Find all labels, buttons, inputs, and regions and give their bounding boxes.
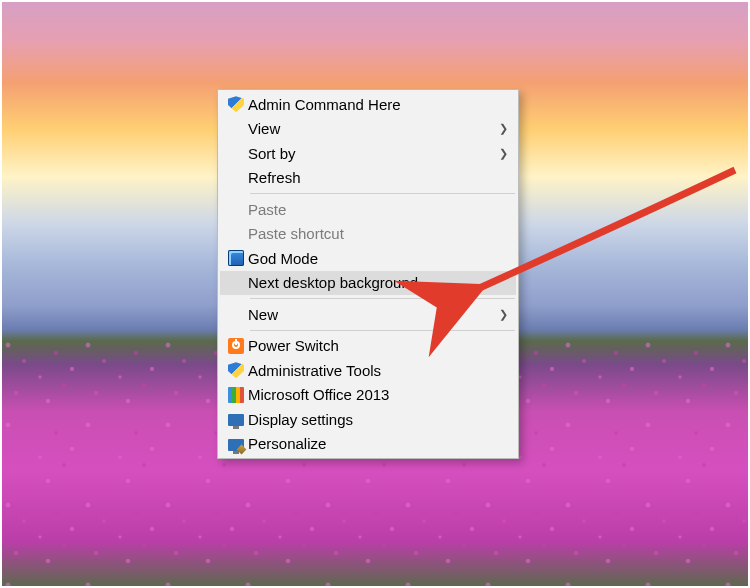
menu-item-paste: Paste	[220, 197, 516, 222]
menu-item-next-desktop-background[interactable]: Next desktop background	[220, 271, 516, 296]
menu-item-display-settings[interactable]: Display settings	[220, 407, 516, 432]
shield-icon	[224, 96, 248, 112]
menu-item-new[interactable]: New❯	[220, 302, 516, 327]
menu-item-refresh[interactable]: Refresh	[220, 166, 516, 191]
menu-item-label: Personalize	[248, 435, 490, 452]
menu-item-label: Microsoft Office 2013	[248, 386, 490, 403]
menu-item-paste-shortcut: Paste shortcut	[220, 222, 516, 247]
menu-item-label: View	[248, 120, 490, 137]
submenu-arrow-icon: ❯	[490, 122, 512, 135]
desktop-context-menu[interactable]: Admin Command HereView❯Sort by❯RefreshPa…	[217, 89, 519, 459]
office-icon	[224, 387, 248, 403]
menu-item-administrative-tools[interactable]: Administrative Tools	[220, 358, 516, 383]
menu-item-personalize[interactable]: Personalize	[220, 432, 516, 457]
menu-item-label: Display settings	[248, 411, 490, 428]
submenu-arrow-icon: ❯	[490, 308, 512, 321]
menu-item-label: Sort by	[248, 145, 490, 162]
menu-item-label: Refresh	[248, 169, 490, 186]
menu-item-label: Paste shortcut	[248, 225, 490, 242]
menu-item-label: Paste	[248, 201, 490, 218]
menu-item-sort-by[interactable]: Sort by❯	[220, 141, 516, 166]
power-icon	[224, 338, 248, 354]
menu-separator	[250, 330, 515, 331]
menu-item-label: New	[248, 306, 490, 323]
menu-item-god-mode[interactable]: God Mode	[220, 246, 516, 271]
menu-item-power-switch[interactable]: Power Switch	[220, 334, 516, 359]
display-icon	[224, 412, 248, 426]
menu-item-admin-command-here[interactable]: Admin Command Here	[220, 92, 516, 117]
personalize-icon	[224, 437, 248, 451]
menu-item-label: Next desktop background	[248, 274, 490, 291]
menu-item-microsoft-office-2013[interactable]: Microsoft Office 2013	[220, 383, 516, 408]
menu-item-label: Admin Command Here	[248, 96, 490, 113]
menu-separator	[250, 193, 515, 194]
submenu-arrow-icon: ❯	[490, 147, 512, 160]
godmode-icon	[224, 250, 248, 266]
menu-item-label: God Mode	[248, 250, 490, 267]
menu-item-label: Administrative Tools	[248, 362, 490, 379]
menu-separator	[250, 298, 515, 299]
admintools-icon	[224, 362, 248, 378]
menu-item-label: Power Switch	[248, 337, 490, 354]
menu-item-view[interactable]: View❯	[220, 117, 516, 142]
